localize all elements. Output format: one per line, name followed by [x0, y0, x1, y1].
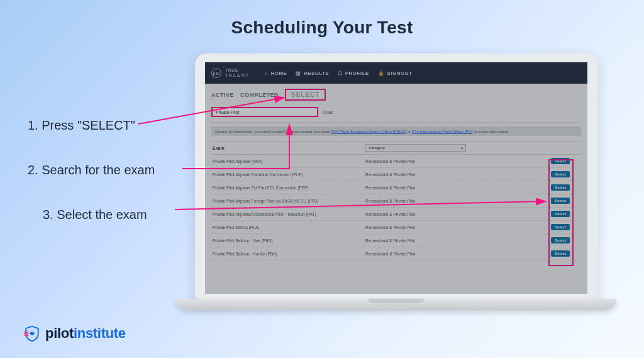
nav-results[interactable]: ▥ RESULTS [296, 70, 329, 76]
chart-icon: ▥ [296, 70, 301, 76]
select-button[interactable]: Select [551, 211, 570, 217]
tab-select[interactable]: SELECT [285, 89, 326, 101]
nav-profile-label: PROFILE [345, 70, 369, 76]
exam-category: Recreational & Private Pilot [365, 172, 510, 177]
exam-category: Recreational & Private Pilot [365, 238, 510, 243]
nav-home-label: HOME [270, 70, 287, 76]
exam-category: Recreational & Private Pilot [365, 159, 510, 164]
exam-name: Private Pilot Balloon - Gas (PBG) [211, 238, 365, 243]
exam-category: Recreational & Private Pilot [365, 225, 510, 230]
exam-name: Private Pilot Airplane/Recreational Pilo… [211, 212, 365, 216]
select-button[interactable]: Select [551, 158, 570, 164]
pilot-institute-logo: pilotinstitute [24, 325, 126, 342]
step-3: 3. Select the exam [43, 208, 155, 222]
page-title: Scheduling Your Test [0, 18, 644, 38]
nav-results-label: RESULTS [304, 70, 329, 76]
table-row: Private Pilot Balloon - Hot Air (PBH)Rec… [211, 247, 581, 260]
step-2: 2. Search for the exam [28, 163, 155, 177]
exam-category: Recreational & Private Pilot [365, 252, 510, 256]
app-screen: psi TRUE TALENT ⌂ HOME ▥ RESULTS ☖ PROFI [205, 62, 587, 294]
logo-word-pilot: pilot [45, 325, 74, 341]
tab-active[interactable]: ACTIVE [211, 92, 234, 98]
laptop-mockup: psi TRUE TALENT ⌂ HOME ▥ RESULTS ☖ PROFI [195, 53, 597, 310]
exam-name: Private Pilot Airplane Canadian Conversi… [211, 172, 365, 177]
laptop-hinge [176, 299, 616, 310]
exam-name: Private Pilot Airplane (PAR) [211, 159, 365, 164]
select-button[interactable]: Select [551, 237, 570, 243]
logo-shield-icon [24, 325, 40, 342]
exam-category: Recreational & Private Pilot [365, 199, 510, 203]
notice-banner: Unsure of which exam you need to take? P… [211, 126, 581, 136]
select-button[interactable]: Select [551, 198, 570, 204]
table-row: Private Pilot Balloon - Gas (PBG)Recreat… [211, 234, 581, 247]
select-button[interactable]: Select [551, 171, 570, 177]
select-button[interactable]: Select [551, 184, 570, 191]
nav-home[interactable]: ⌂ HOME [265, 70, 287, 76]
fsdo-link[interactable]: FAA Flight Standards District Office (FS… [331, 129, 406, 133]
search-input[interactable] [211, 107, 318, 117]
category-dropdown[interactable]: Category [365, 144, 466, 152]
navbar: psi TRUE TALENT ⌂ HOME ▥ RESULTS ☖ PROFI [205, 62, 587, 84]
user-icon: ☖ [338, 70, 343, 76]
home-icon: ⌂ [265, 70, 268, 76]
nav-profile[interactable]: ☖ PROFILE [338, 70, 369, 76]
table-row: Private Pilot Airplane/Recreational Pilo… [211, 208, 581, 221]
col-exam-header: Exam [211, 146, 365, 150]
table-header: Exam Category [211, 141, 581, 155]
clear-button[interactable]: Clear [323, 110, 334, 115]
brand: psi TRUE TALENT [211, 68, 250, 78]
step-1: 1. Press "SELECT" [28, 118, 155, 133]
lock-icon: 🔒 [378, 70, 385, 76]
table-row: Private Pilot Airship (PLA)Recreational … [211, 221, 581, 234]
logo-word-institute: institute [74, 325, 126, 341]
exam-name: Private Pilot Airplane Foreign Pilot via… [211, 199, 365, 203]
nav-signout[interactable]: 🔒 SIGNOUT [378, 70, 412, 76]
table-row: Private Pilot Airplane EU Part-FCL Conve… [211, 181, 581, 194]
instruction-steps: 1. Press "SELECT" 2. Search for the exam… [28, 118, 155, 252]
select-button[interactable]: Select [551, 224, 570, 230]
ifo-link[interactable]: FAA International Field Office (IFO) [412, 129, 472, 133]
table-row: Private Pilot Airplane Foreign Pilot via… [211, 194, 581, 208]
table-row: Private Pilot Airplane Canadian Conversi… [211, 168, 581, 181]
brand-text: TRUE TALENT [225, 68, 250, 78]
exam-name: Private Pilot Balloon - Hot Air (PBH) [211, 252, 365, 256]
exam-name: Private Pilot Airplane EU Part-FCL Conve… [211, 186, 365, 190]
exam-table-body: Private Pilot Airplane (PAR)Recreational… [211, 155, 581, 260]
exam-category: Recreational & Private Pilot [365, 186, 510, 190]
brand-badge-icon: psi [211, 68, 221, 78]
tabs: ACTIVE COMPLETED SELECT [211, 84, 581, 104]
exam-name: Private Pilot Airship (PLA) [211, 225, 365, 230]
table-row: Private Pilot Airplane (PAR)Recreational… [211, 155, 581, 168]
select-button[interactable]: Select [551, 250, 570, 257]
exam-category: Recreational & Private Pilot [365, 212, 510, 216]
nav-signout-label: SIGNOUT [387, 70, 412, 76]
tab-completed[interactable]: COMPLETED [240, 92, 279, 98]
